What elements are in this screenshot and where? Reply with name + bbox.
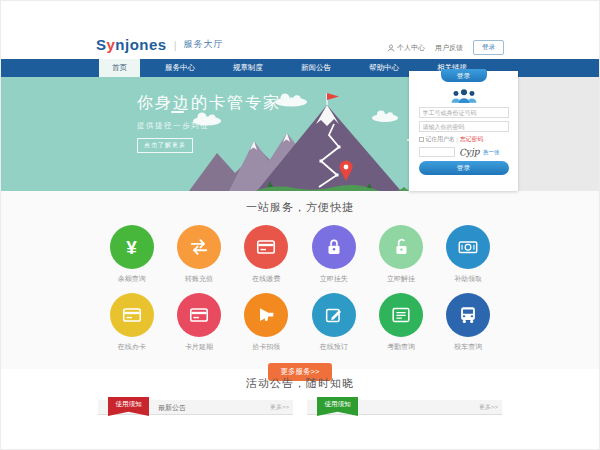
logo-text: Synjones	[96, 36, 167, 53]
ribbon-tab[interactable]: 使用须知	[108, 397, 149, 416]
service-item-7[interactable]: 卡片延期	[165, 293, 232, 352]
ribbon-tab[interactable]: 使用须知	[317, 397, 358, 416]
service-item-10[interactable]: 考勤查询	[367, 293, 434, 352]
service-item-4[interactable]: 立即解挂	[367, 225, 434, 284]
nav-item-4[interactable]: 帮助中心	[356, 59, 412, 77]
login-tab[interactable]: 登录	[441, 69, 487, 82]
edit-icon	[312, 293, 356, 337]
service-label: 卡片延期	[165, 342, 232, 352]
personal-center-link[interactable]: 个人中心	[387, 43, 425, 53]
nav-item-home[interactable]: 首页	[99, 59, 140, 77]
announcement-panels: 使用须知最新公告更多>>使用须知更多>>	[98, 400, 502, 415]
pipe-divider: |	[456, 137, 458, 143]
logo[interactable]: Synjones | 服务大厅	[96, 36, 224, 53]
site-name: 服务大厅	[184, 38, 224, 51]
nav-item-1[interactable]: 服务中心	[152, 59, 208, 77]
service-item-1[interactable]: 转账充值	[165, 225, 232, 284]
unlock-icon	[379, 225, 423, 269]
panel-header: 使用须知更多>>	[307, 400, 502, 415]
remember-checkbox[interactable]	[419, 137, 424, 142]
service-label: 在线预订	[300, 342, 367, 352]
card-icon	[177, 293, 221, 337]
username-input[interactable]	[419, 107, 509, 118]
hero-title: 你身边的卡管专家	[137, 93, 281, 114]
service-label: 立即解挂	[367, 274, 434, 284]
service-label: 补助领取	[435, 274, 502, 284]
captcha-row: Cyjp 换一张	[419, 147, 509, 157]
hero-text: 你身边的卡管专家 提供捷径一步到位 点击了解更多	[137, 93, 281, 153]
header-links: 个人中心 用户反馈 登录	[387, 40, 504, 55]
service-item-0[interactable]: ¥余额查询	[98, 225, 165, 284]
service-label: 余额查询	[98, 274, 165, 284]
megaphone-icon	[244, 293, 288, 337]
banknote-icon	[446, 225, 490, 269]
service-label: 转账充值	[165, 274, 232, 284]
hero-subtitle: 提供捷径一步到位	[137, 121, 281, 131]
announcements-title: 活动公告，随时知晓	[1, 369, 599, 391]
service-grid: ¥余额查询转账充值在线缴费立即挂失立即解挂补助领取在线办卡卡片延期拾卡招领在线预…	[98, 225, 502, 352]
remember-label: 记住用户名	[426, 135, 455, 144]
hero-banner: 你身边的卡管专家 提供捷径一步到位 点击了解更多 登录 记住用户名 | 忘记密码	[1, 77, 599, 191]
announcement-panel-1: 使用须知更多>>	[307, 400, 502, 415]
service-item-5[interactable]: 补助领取	[435, 225, 502, 284]
service-label: 在线缴费	[233, 274, 300, 284]
login-submit-button[interactable]: 登录	[419, 161, 509, 175]
lock-icon	[312, 225, 356, 269]
logo-divider: |	[174, 39, 177, 51]
page: Synjones | 服务大厅 个人中心 用户反馈 登录 首页服务中心规章制度新…	[0, 0, 600, 450]
service-label: 立即挂失	[300, 274, 367, 284]
personal-center-label: 个人中心	[397, 43, 425, 53]
bus-icon	[446, 293, 490, 337]
announcements-section: 活动公告，随时知晓 使用须知最新公告更多>>使用须知更多>>	[1, 369, 599, 415]
login-panel: 登录 记住用户名 | 忘记密码 Cyjp 换一张 登录	[409, 71, 518, 191]
service-label: 拾卡招领	[233, 342, 300, 352]
captcha-image[interactable]: Cyjp	[458, 146, 479, 157]
service-item-6[interactable]: 在线办卡	[98, 293, 165, 352]
announcement-panel-0: 使用须知最新公告更多>>	[98, 400, 293, 415]
remember-row: 记住用户名 | 忘记密码	[419, 135, 509, 144]
card-icon	[244, 225, 288, 269]
nav-item-3[interactable]: 新闻公告	[288, 59, 344, 77]
service-item-11[interactable]: 校车查询	[435, 293, 502, 352]
password-input[interactable]	[419, 121, 509, 132]
person-icon	[387, 44, 395, 52]
service-label: 校车查询	[435, 342, 502, 352]
nav-item-2[interactable]: 规章制度	[220, 59, 276, 77]
flag-icon	[327, 93, 339, 100]
services-section: 一站服务，方便快捷 ¥余额查询转账充值在线缴费立即挂失立即解挂补助领取在线办卡卡…	[1, 191, 599, 369]
service-item-9[interactable]: 在线预订	[300, 293, 367, 352]
hero-cta-button[interactable]: 点击了解更多	[137, 138, 193, 153]
forgot-password-link[interactable]: 忘记密码	[460, 135, 483, 144]
service-item-2[interactable]: 在线缴费	[233, 225, 300, 284]
yuan-icon: ¥	[110, 225, 154, 269]
service-item-8[interactable]: 拾卡招领	[233, 293, 300, 352]
service-label: 在线办卡	[98, 342, 165, 352]
card-icon	[110, 293, 154, 337]
panel-tab[interactable]: 最新公告	[158, 400, 186, 415]
captcha-refresh-link[interactable]: 换一张	[483, 149, 500, 156]
user-feedback-link[interactable]: 用户反馈	[435, 43, 463, 53]
list-icon	[379, 293, 423, 337]
service-label: 考勤查询	[367, 342, 434, 352]
more-link[interactable]: 更多>>	[479, 400, 498, 415]
header-login-button[interactable]: 登录	[473, 40, 504, 55]
more-link[interactable]: 更多>>	[270, 400, 289, 415]
banner-right-gray	[516, 77, 599, 191]
transfer-icon	[177, 225, 221, 269]
captcha-input[interactable]	[419, 147, 455, 157]
top-header: Synjones | 服务大厅 个人中心 用户反馈 登录	[1, 31, 599, 59]
panel-header: 使用须知最新公告更多>>	[98, 400, 293, 415]
user-feedback-label: 用户反馈	[435, 43, 463, 53]
service-item-3[interactable]: 立即挂失	[300, 225, 367, 284]
users-icon	[448, 88, 480, 104]
services-title: 一站服务，方便快捷	[1, 191, 599, 215]
